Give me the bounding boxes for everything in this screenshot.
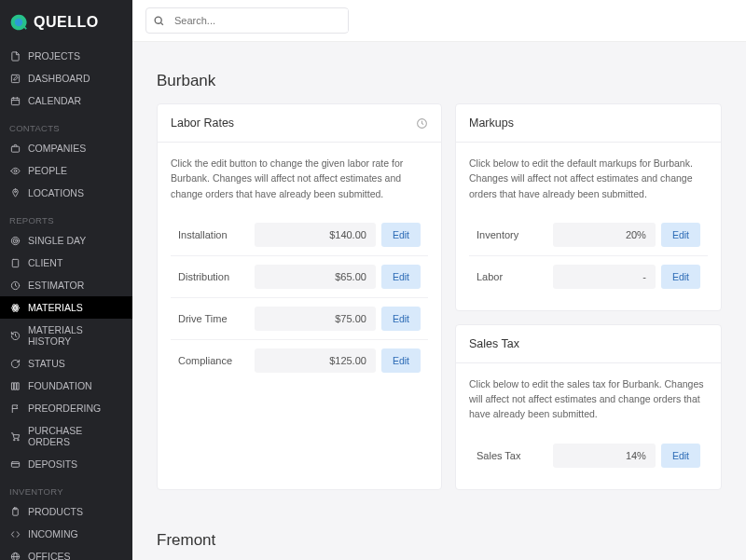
pin-icon [9, 187, 21, 198]
search-icon[interactable] [146, 15, 171, 27]
sidebar-item-status[interactable]: STATUS [0, 352, 132, 375]
card-title: Labor Rates [171, 116, 234, 130]
sales-tax-card: Sales Tax Click below to edit the sales … [455, 324, 722, 490]
rate-label: Installation [178, 229, 249, 240]
sidebar: QUELLO PROJECTSDASHBOARDCALENDAR CONTACT… [0, 0, 132, 560]
rate-row: Installation$140.00Edit [171, 214, 428, 256]
search-wrap [145, 7, 349, 34]
card-desc: Click the edit button to change the give… [171, 156, 428, 201]
sidebar-item-materials-history[interactable]: MATERIALS HISTORY [0, 319, 132, 352]
sidebar-item-calendar[interactable]: CALENDAR [0, 89, 132, 112]
svg-rect-20 [17, 382, 19, 389]
sidebar-item-label: ESTIMATOR [28, 280, 84, 291]
topbar [132, 0, 746, 42]
sidebar-item-label: PREORDERING [28, 403, 101, 414]
svg-point-22 [17, 439, 18, 440]
edit-button[interactable]: Edit [381, 307, 421, 331]
sidebar-section-label: INVENTORY [0, 475, 132, 500]
target-icon [9, 235, 21, 246]
sidebar-item-foundation[interactable]: FOUNDATION [0, 375, 132, 397]
sidebar-item-preordering[interactable]: PREORDERING [0, 397, 132, 419]
sidebar-item-client[interactable]: CLIENT [0, 252, 132, 274]
edit-button[interactable]: Edit [661, 444, 700, 468]
globe-icon [9, 551, 21, 560]
svg-rect-12 [12, 259, 18, 266]
rate-value: $65.00 [255, 265, 376, 289]
sidebar-item-locations[interactable]: LOCATIONS [0, 182, 132, 204]
sidebar-section-label: CONTACTS [0, 112, 132, 137]
sidebar-item-label: MATERIALS HISTORY [28, 324, 123, 347]
sidebar-item-single-day[interactable]: SINGLE DAY [0, 229, 132, 252]
rate-row: Inventory20%Edit [469, 214, 708, 256]
rate-value: $140.00 [255, 223, 376, 247]
sidebar-item-label: PRODUCTS [28, 506, 83, 517]
sidebar-item-dashboard[interactable]: DASHBOARD [0, 67, 132, 89]
rate-value: $75.00 [255, 307, 376, 331]
rate-label: Compliance [178, 355, 249, 366]
card-title: Sales Tax [469, 337, 519, 350]
rate-label: Sales Tax [477, 450, 547, 461]
flag-icon [9, 403, 21, 414]
edit-button[interactable]: Edit [381, 348, 421, 373]
sidebar-item-materials[interactable]: MATERIALS [0, 296, 132, 319]
sidebar-item-label: SINGLE DAY [28, 235, 86, 246]
svg-point-21 [13, 439, 14, 440]
sidebar-item-label: PEOPLE [28, 165, 67, 176]
sidebar-item-label: OFFICES [28, 551, 71, 560]
svg-rect-6 [11, 146, 19, 152]
svg-rect-23 [11, 461, 19, 467]
calendar-icon [9, 95, 21, 106]
svg-line-31 [160, 22, 162, 24]
sidebar-item-people[interactable]: PEOPLE [0, 159, 132, 182]
edit-button[interactable]: Edit [381, 265, 421, 289]
sidebar-item-label: DASHBOARD [28, 73, 90, 84]
briefcase-icon [9, 143, 21, 154]
sidebar-item-offices[interactable]: OFFICES [0, 545, 132, 560]
rate-row: Sales Tax14%Edit [469, 435, 708, 476]
card-title: Markups [469, 116, 514, 130]
cart-icon [9, 430, 21, 442]
svg-rect-2 [11, 98, 19, 104]
rate-label: Distribution [178, 271, 249, 282]
clipboard-icon [9, 506, 21, 517]
sidebar-item-products[interactable]: PRODUCTS [0, 500, 132, 523]
rate-value: - [553, 265, 656, 289]
sidebar-item-companies[interactable]: COMPANIES [0, 137, 132, 159]
sidebar-item-projects[interactable]: PROJECTS [0, 45, 132, 67]
card-desc: Click below to edit the sales tax for Bu… [469, 376, 708, 422]
code-icon [9, 528, 21, 540]
sidebar-item-deposits[interactable]: DEPOSITS [0, 453, 132, 475]
sidebar-item-label: STATUS [28, 358, 65, 369]
search-input[interactable] [171, 9, 348, 32]
sidebar-item-label: FOUNDATION [28, 380, 92, 391]
sidebar-item-estimator[interactable]: ESTIMATOR [0, 274, 132, 296]
atom-icon [9, 302, 21, 313]
edit-button[interactable]: Edit [381, 223, 421, 247]
rate-label: Drive Time [178, 313, 249, 324]
library-icon [9, 380, 21, 391]
markups-card: Markups Click below to edit the default … [455, 103, 722, 311]
rate-value: 14% [553, 444, 656, 468]
sidebar-item-incoming[interactable]: INCOMING [0, 523, 132, 545]
svg-point-30 [155, 17, 161, 23]
rate-row: Distribution$65.00Edit [171, 256, 428, 298]
history-icon[interactable] [416, 117, 428, 130]
sidebar-item-label: INCOMING [28, 528, 78, 540]
rate-value: 20% [553, 223, 656, 247]
eye-icon [9, 165, 21, 176]
edit-button[interactable]: Edit [661, 223, 700, 247]
rate-row: Labor-Edit [469, 256, 708, 297]
svg-point-7 [14, 170, 17, 172]
edit-button[interactable]: Edit [661, 265, 700, 289]
card-icon [9, 458, 21, 470]
sidebar-section-label: REPORTS [0, 204, 132, 229]
sidebar-item-label: MATERIALS [28, 302, 83, 313]
svg-rect-18 [11, 382, 13, 389]
rate-label: Labor [477, 271, 547, 282]
sidebar-item-purchase-orders[interactable]: PURCHASE ORDERS [0, 419, 132, 453]
brand-logo[interactable]: QUELLO [0, 6, 132, 45]
main-area: Burbank Labor Rates Click the edit butto… [132, 0, 746, 560]
clock-icon [9, 280, 21, 291]
labor-rates-card: Labor Rates Click the edit button to cha… [157, 103, 442, 490]
file-icon [9, 50, 21, 61]
